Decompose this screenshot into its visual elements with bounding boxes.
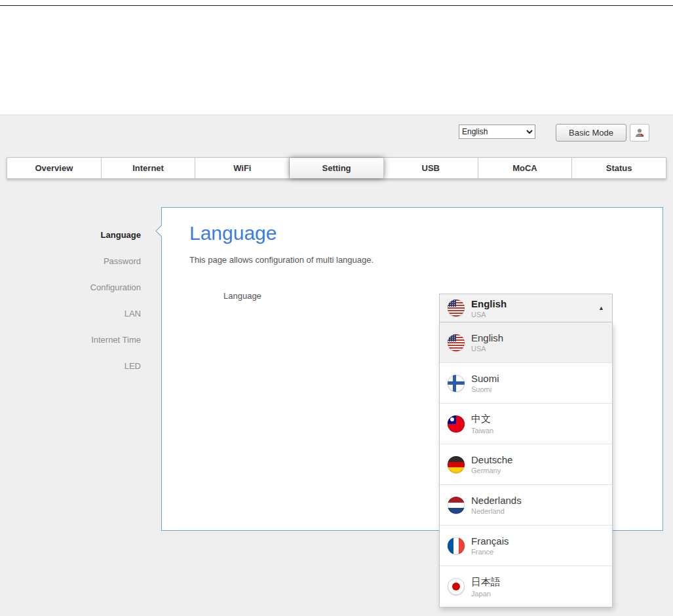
language-option-label: 中文 [471,413,493,425]
language-option-label: English [471,332,503,343]
sidebar-item-language[interactable]: Language [0,222,141,248]
tab-wifi[interactable]: WiFi [195,158,290,178]
language-dropdown-list: English USA Suomi Suomi 中文 Taiwan [439,322,613,607]
language-option-sublabel: Nederland [471,507,522,515]
user-icon [634,128,645,138]
language-option-nederlands[interactable]: Nederlands Nederland [440,485,612,526]
usa-flag-icon [448,299,465,317]
settings-sidebar: Language Password Configuration LAN Inte… [0,222,141,379]
language-option-label: Nederlands [471,495,522,506]
language-dropdown: English USA ▲ English USA Suomi Suomi [439,294,613,607]
ui-language-select[interactable]: English [459,125,535,139]
tab-status[interactable]: Status [572,158,666,178]
language-option-english[interactable]: English USA [440,322,612,363]
netherlands-flag-icon [448,497,465,514]
main-nav-tabs: Overview Internet WiFi Setting USB MoCA … [7,157,666,179]
japan-flag-icon [448,578,465,595]
language-option-deutsche[interactable]: Deutsche Germany [440,444,612,485]
tab-overview[interactable]: Overview [7,158,102,178]
top-border-line [0,5,673,6]
language-option-sublabel: France [471,548,509,556]
language-option-sublabel: USA [471,345,503,353]
sidebar-item-internet-time[interactable]: Internet Time [0,327,141,353]
language-field-label: Language [223,291,261,301]
language-dropdown-selected[interactable]: English USA ▲ [439,294,613,322]
basic-mode-button[interactable]: Basic Mode [556,124,626,142]
tab-usb[interactable]: USB [384,158,478,178]
selected-language-sublabel: USA [471,311,507,318]
chevron-up-icon: ▲ [598,305,604,311]
user-account-button[interactable] [630,124,649,142]
tab-setting[interactable]: Setting [290,158,384,178]
router-admin-screen: English Basic Mode Overview Internet WiF… [0,0,673,616]
finland-flag-icon [448,375,465,392]
taiwan-flag-icon [448,415,465,433]
tab-moca[interactable]: MoCA [478,158,573,178]
language-option-francais[interactable]: Français France [440,526,612,566]
selected-language-label: English [471,298,507,309]
usa-flag-icon [448,334,465,351]
language-option-label: Français [471,535,509,547]
language-option-chinese[interactable]: 中文 Taiwan [440,404,612,444]
language-option-sublabel: Taiwan [471,427,493,434]
page-description: This page allows configuration of multi … [189,255,374,265]
sidebar-item-led[interactable]: LED [0,353,141,379]
language-option-suomi[interactable]: Suomi Suomi [440,363,612,404]
language-option-sublabel: Suomi [471,385,499,393]
language-option-label: Suomi [471,373,499,384]
sidebar-item-lan[interactable]: LAN [0,301,141,327]
language-option-label: 日本語 [471,576,501,588]
sidebar-item-configuration[interactable]: Configuration [0,275,141,301]
language-option-sublabel: Germany [471,467,512,474]
sidebar-item-password[interactable]: Password [0,248,141,275]
page-title: Language [189,222,277,244]
france-flag-icon [448,537,465,554]
language-option-label: Deutsche [471,454,512,465]
germany-flag-icon [448,456,465,473]
language-option-sublabel: Japan [471,590,501,598]
language-option-japanese[interactable]: 日本語 Japan [440,566,612,607]
tab-internet[interactable]: Internet [102,158,196,178]
